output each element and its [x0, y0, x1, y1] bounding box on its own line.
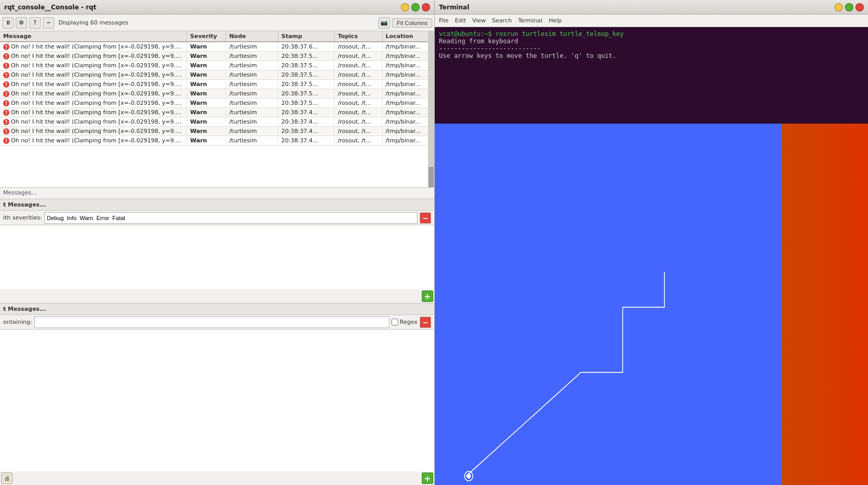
turtle-path-svg — [435, 124, 868, 485]
terminal-line-1: vcat@ubuntu:~$ rosrun turtlesim turtle_t… — [439, 30, 864, 38]
cell-location: /tmp/binar... — [382, 70, 434, 80]
cell-severity: Warn — [187, 42, 226, 52]
regex-label[interactable]: Regex — [391, 319, 418, 325]
menu-view[interactable]: View — [472, 17, 486, 24]
exclude-section-header: t Messages... — [0, 199, 434, 211]
scrollbar-thumb[interactable] — [429, 167, 434, 188]
table-row[interactable]: Oh no! I hit the wall! (Clamping from [x… — [0, 117, 434, 127]
table-row[interactable]: Oh no! I hit the wall! (Clamping from [x… — [0, 89, 434, 99]
error-icon — [3, 72, 9, 78]
error-icon — [3, 100, 9, 106]
table-row[interactable]: Oh no! I hit the wall! (Clamping from [x… — [0, 80, 434, 89]
fit-columns-button[interactable]: Fit Columns — [392, 18, 432, 28]
displaying-label: Displaying 60 messages — [58, 19, 128, 26]
table-row[interactable]: Oh no! I hit the wall! (Clamping from [x… — [0, 127, 434, 136]
rqt-toolbar: ⏸ ⚙ ? − Displaying 60 messages 📷 Fit Col… — [0, 15, 434, 31]
help-button[interactable]: ? — [29, 17, 41, 29]
cell-message: Oh no! I hit the wall! (Clamping from [x… — [0, 117, 187, 127]
cell-topics: /rosout, /t... — [335, 117, 383, 127]
cell-severity: Warn — [187, 89, 226, 99]
menu-edit[interactable]: Edit — [455, 17, 466, 24]
cell-severity: Warn — [187, 70, 226, 80]
cell-message: Oh no! I hit the wall! (Clamping from [x… — [0, 127, 187, 136]
terminal-titlebar: Terminal — [435, 0, 868, 15]
table-row[interactable]: Oh no! I hit the wall! (Clamping from [x… — [0, 52, 434, 61]
cell-node: /turtlesim — [226, 108, 278, 117]
remove-filter-button[interactable]: − — [420, 317, 431, 328]
table-row[interactable]: Oh no! I hit the wall! (Clamping from [x… — [0, 108, 434, 117]
col-header-stamp[interactable]: Stamp — [278, 31, 334, 42]
cell-node: /turtlesim — [226, 61, 278, 70]
cell-severity: Warn — [187, 52, 226, 61]
regex-text: Regex — [400, 319, 418, 325]
menu-terminal[interactable]: Terminal — [518, 17, 543, 24]
table-row[interactable]: Oh no! I hit the wall! (Clamping from [x… — [0, 70, 434, 80]
terminal-close-button[interactable] — [855, 3, 864, 11]
error-icon — [3, 81, 9, 88]
close-button[interactable] — [422, 3, 430, 11]
terminal-title: Terminal — [439, 4, 469, 11]
menu-file[interactable]: File — [439, 17, 448, 24]
severities-input[interactable] — [44, 212, 418, 224]
cell-topics: /rosout, /t... — [335, 70, 383, 80]
screenshot-button[interactable]: 📷 — [378, 17, 390, 29]
table-row[interactable]: Oh no! I hit the wall! (Clamping from [x… — [0, 61, 434, 70]
rqt-titlebar: rqt_console__Console - rqt — [0, 0, 434, 15]
remove-severity-button[interactable]: − — [420, 212, 431, 224]
cell-topics: /rosout, /t... — [335, 127, 383, 136]
exclude-actions: + — [0, 289, 434, 303]
cell-location: /tmp/binar... — [382, 42, 434, 52]
terminal-minimize-button[interactable] — [835, 3, 843, 11]
titlebar-buttons — [401, 3, 430, 11]
settings-button[interactable]: ⚙ — [16, 17, 27, 29]
table-row[interactable]: Oh no! I hit the wall! (Clamping from [x… — [0, 99, 434, 108]
menu-help[interactable]: Help — [549, 17, 562, 24]
cell-topics: /rosout, /t... — [335, 61, 383, 70]
col-header-severity[interactable]: Severity — [187, 31, 226, 42]
cell-location: /tmp/binar... — [382, 52, 434, 61]
window-button[interactable]: − — [43, 17, 54, 29]
cell-node: /turtlesim — [226, 42, 278, 52]
containing-input[interactable] — [34, 317, 390, 328]
vertical-scrollbar[interactable] — [428, 31, 434, 187]
cell-location: /tmp/binar... — [382, 99, 434, 108]
col-header-message[interactable]: Message — [0, 31, 187, 42]
highlight-settings-button[interactable]: 🖨 — [1, 472, 13, 484]
cell-severity: Warn — [187, 108, 226, 117]
minimize-button[interactable] — [401, 3, 409, 11]
cell-topics: /rosout, /t... — [335, 108, 383, 117]
terminal-maximize-button[interactable] — [845, 3, 853, 11]
cell-message: Oh no! I hit the wall! (Clamping from [x… — [0, 61, 187, 70]
pause-button[interactable]: ⏸ — [2, 17, 14, 29]
add-highlight-button[interactable]: + — [422, 472, 433, 484]
terminal-line-2: Reading from keyboard — [439, 38, 864, 45]
error-icon — [3, 53, 9, 59]
cell-stamp: 20:38:37.5... — [278, 61, 334, 70]
messages-status: Messages... — [0, 188, 434, 199]
highlight-title: t Messages... — [3, 306, 46, 312]
regex-checkbox[interactable] — [391, 319, 398, 325]
cell-topics: /rosout, /t... — [335, 99, 383, 108]
table-row[interactable]: Oh no! I hit the wall! (Clamping from [x… — [0, 136, 434, 146]
cell-location: /tmp/binar... — [382, 80, 434, 89]
col-header-location[interactable]: Location — [382, 31, 434, 42]
col-header-node[interactable]: Node — [226, 31, 278, 42]
terminal-line-3: --------------------------- — [439, 45, 864, 52]
cell-severity: Warn — [187, 117, 226, 127]
cell-location: /tmp/binar... — [382, 108, 434, 117]
cell-stamp: 20:38:37.4... — [278, 127, 334, 136]
cell-node: /turtlesim — [226, 117, 278, 127]
cell-message: Oh no! I hit the wall! (Clamping from [x… — [0, 80, 187, 89]
table-row[interactable]: Oh no! I hit the wall! (Clamping from [x… — [0, 42, 434, 52]
menu-search[interactable]: Search — [492, 17, 512, 24]
cell-severity: Warn — [187, 127, 226, 136]
terminal-menubar: File Edit View Search Terminal Help — [435, 15, 868, 27]
cell-location: /tmp/binar... — [382, 136, 434, 146]
col-header-topics[interactable]: Topics — [335, 31, 383, 42]
cell-node: /turtlesim — [226, 136, 278, 146]
add-exclude-button[interactable]: + — [422, 290, 433, 302]
cell-location: /tmp/binar... — [382, 127, 434, 136]
maximize-button[interactable] — [411, 3, 420, 11]
cell-node: /turtlesim — [226, 52, 278, 61]
cell-node: /turtlesim — [226, 99, 278, 108]
